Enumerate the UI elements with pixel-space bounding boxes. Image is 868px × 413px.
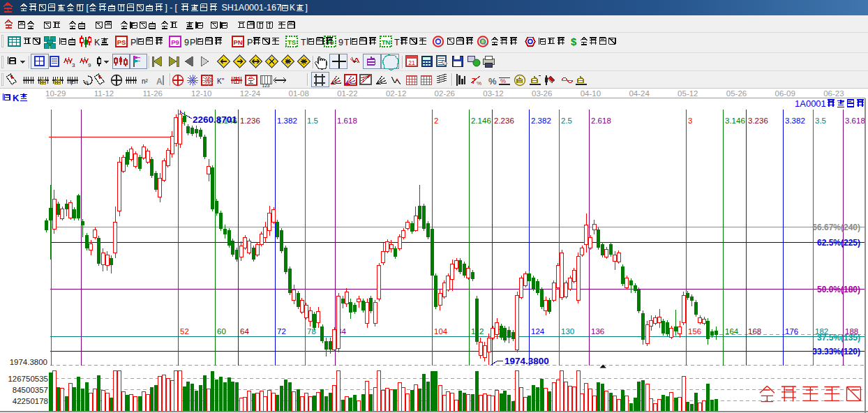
svg-text:K": K": [217, 77, 225, 85]
svg-text:42250178: 42250178: [13, 397, 48, 405]
svg-text:156: 156: [688, 327, 701, 336]
svg-text:1974.3800: 1974.3800: [504, 356, 549, 366]
svg-text:168: 168: [748, 327, 761, 336]
svg-text:]: ]: [306, 3, 308, 13]
svg-text:TN: TN: [382, 38, 391, 46]
svg-text:05-26: 05-26: [726, 89, 747, 98]
svg-text:3: 3: [72, 62, 75, 68]
svg-text:3: 3: [688, 117, 692, 125]
svg-text:2.5: 2.5: [561, 117, 572, 125]
svg-text:02-26: 02-26: [435, 89, 455, 98]
svg-text:K: K: [94, 38, 100, 47]
svg-text:126750535: 126750535: [8, 375, 48, 383]
svg-text:T: T: [344, 38, 350, 47]
svg-text:3.382: 3.382: [785, 117, 805, 125]
svg-text:SH1A0001-167: SH1A0001-167: [222, 3, 282, 13]
svg-text:104: 104: [434, 327, 448, 336]
svg-text:11-26: 11-26: [142, 89, 163, 98]
svg-text:9: 9: [338, 38, 343, 47]
svg-text:06-09: 06-09: [775, 89, 795, 98]
svg-text:2: 2: [434, 117, 438, 125]
svg-text:F: F: [70, 80, 75, 87]
svg-text:176: 176: [785, 327, 798, 336]
svg-text:136: 136: [591, 327, 604, 336]
svg-text:33.33%(120): 33.33%(120): [812, 347, 860, 356]
svg-text:1A0001: 1A0001: [795, 98, 826, 109]
svg-text:2.382: 2.382: [531, 117, 551, 125]
svg-text:A: A: [156, 77, 163, 87]
svg-text:66.67%(240): 66.67%(240): [812, 223, 860, 232]
svg-text:K: K: [290, 3, 295, 13]
svg-text:64: 64: [240, 327, 249, 336]
svg-text:P: P: [130, 38, 136, 47]
svg-text:1.236: 1.236: [240, 117, 260, 125]
svg-text:PS: PS: [117, 38, 126, 46]
svg-text:123: 123: [262, 83, 270, 88]
svg-text:2260.8701: 2260.8701: [193, 114, 237, 125]
svg-text:1.5: 1.5: [307, 117, 318, 125]
svg-text:10-29: 10-29: [45, 89, 66, 98]
svg-text:12-24: 12-24: [240, 89, 261, 98]
svg-text:62.5%(225): 62.5%(225): [817, 238, 860, 248]
svg-text:12-10: 12-10: [191, 89, 211, 98]
svg-text:84500357: 84500357: [13, 386, 48, 394]
svg-text:21: 21: [408, 59, 415, 66]
svg-text:3.146: 3.146: [725, 117, 745, 125]
svg-text:9: 9: [85, 80, 89, 86]
svg-text:%: %: [477, 80, 481, 87]
svg-text:03-12: 03-12: [483, 89, 503, 98]
svg-text:1974.3800: 1974.3800: [10, 358, 47, 366]
svg-text:3.5: 3.5: [815, 117, 826, 125]
svg-text:72: 72: [277, 327, 286, 336]
svg-text:2.236: 2.236: [494, 117, 514, 125]
svg-text:02-12: 02-12: [386, 89, 406, 98]
svg-text:n²: n²: [142, 77, 149, 85]
svg-text:11-12: 11-12: [94, 89, 114, 98]
svg-text:130: 130: [561, 327, 574, 336]
svg-text:$: $: [571, 36, 577, 47]
svg-text:3.236: 3.236: [748, 117, 768, 125]
svg-text:TS: TS: [287, 38, 296, 46]
svg-text:%: %: [488, 76, 497, 87]
svg-text:06-23: 06-23: [823, 89, 844, 98]
svg-text:52: 52: [180, 327, 189, 336]
svg-text:P9: P9: [171, 38, 179, 46]
svg-text:3.618: 3.618: [845, 117, 865, 125]
svg-text:04-24: 04-24: [629, 89, 650, 98]
svg-text:Big: Big: [479, 39, 486, 45]
svg-text:60: 60: [217, 327, 226, 336]
svg-text:03-26: 03-26: [532, 89, 552, 98]
svg-text:[: [: [87, 3, 89, 13]
svg-text:P: P: [190, 38, 195, 47]
svg-text:04-10: 04-10: [581, 89, 601, 98]
svg-text:1.618: 1.618: [337, 117, 357, 125]
svg-text:78: 78: [307, 327, 316, 336]
svg-text:K: K: [13, 93, 20, 103]
svg-text:] - [: ] - [: [165, 3, 178, 13]
svg-text:05-12: 05-12: [678, 89, 698, 98]
svg-text:9: 9: [184, 38, 189, 47]
svg-text:%: %: [500, 77, 506, 84]
svg-text:50.0%(180): 50.0%(180): [817, 285, 860, 294]
svg-text:01-08: 01-08: [289, 89, 309, 98]
svg-text:T: T: [394, 38, 400, 47]
svg-text:2.618: 2.618: [591, 117, 611, 125]
svg-text:1.382: 1.382: [277, 117, 297, 125]
svg-text:P: P: [247, 38, 253, 47]
svg-text:01-22: 01-22: [337, 89, 357, 98]
svg-text:124: 124: [531, 327, 545, 336]
svg-text:T: T: [301, 38, 306, 47]
svg-text:PN: PN: [233, 38, 242, 46]
svg-text:164: 164: [725, 327, 739, 336]
svg-text:9: 9: [88, 62, 91, 68]
svg-text:37.5%(135): 37.5%(135): [817, 333, 860, 343]
svg-text:2.146: 2.146: [471, 117, 491, 125]
